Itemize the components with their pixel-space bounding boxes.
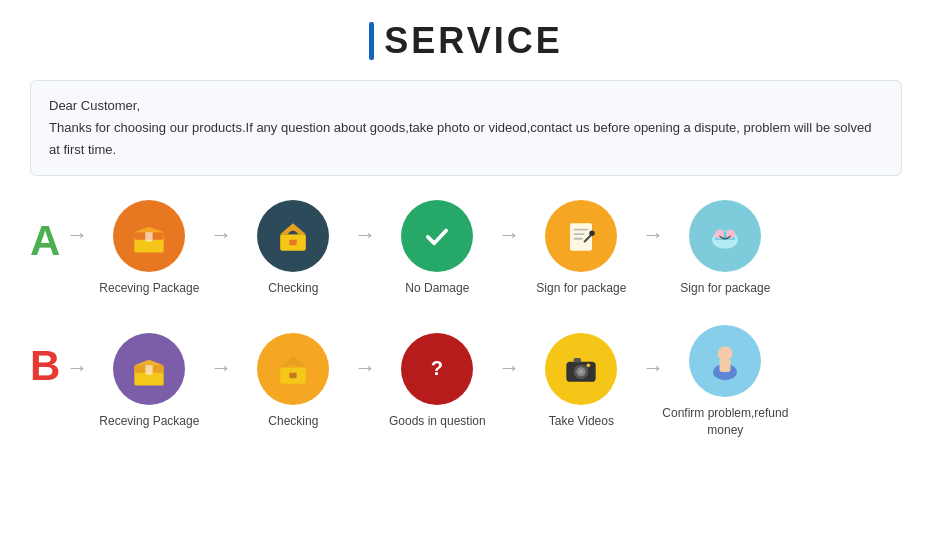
svg-marker-3	[135, 227, 164, 233]
svg-point-29	[580, 370, 584, 374]
svg-rect-34	[720, 359, 731, 372]
step-a-5-icon	[689, 200, 761, 272]
step-a-1-label: Receving Package	[99, 280, 199, 297]
notice-line1: Dear Customer,	[49, 95, 883, 117]
svg-point-31	[587, 364, 591, 368]
step-a-5-label: Sign for package	[680, 280, 770, 297]
step-b-4: Take Videos	[516, 333, 646, 430]
svg-rect-11	[574, 238, 583, 240]
step-a-3: No Damage	[372, 200, 502, 297]
svg-rect-23	[290, 373, 297, 379]
step-a-1-icon	[113, 200, 185, 272]
step-a-2-icon	[257, 200, 329, 272]
svg-text:?: ?	[431, 358, 443, 380]
step-a-3-icon	[401, 200, 473, 272]
step-a-4: Sign for package	[516, 200, 646, 297]
step-a-3-label: No Damage	[405, 280, 469, 297]
svg-point-13	[590, 231, 596, 237]
section-b-steps: → Receving Package →	[70, 325, 790, 439]
step-b-1-label: Receving Package	[99, 413, 199, 430]
step-b-3-label: Goods in question	[389, 413, 486, 430]
step-b-5-label: Confirm problem,refund money	[660, 405, 790, 439]
step-a-2-label: Checking	[268, 280, 318, 297]
step-a-4-icon	[545, 200, 617, 272]
step-b-4-label: Take Videos	[549, 413, 614, 430]
step-b-2-icon	[257, 333, 329, 405]
title-accent-bar	[369, 22, 374, 60]
step-b-2-label: Checking	[268, 413, 318, 430]
section-a-steps: → Receving Package →	[70, 200, 790, 297]
svg-point-15	[715, 230, 724, 239]
section-a: A → Receving Package →	[30, 200, 902, 297]
section-b: B → Receving Package →	[30, 325, 902, 439]
svg-marker-20	[135, 360, 164, 366]
svg-point-7	[421, 220, 454, 253]
step-a-4-label: Sign for package	[536, 280, 626, 297]
step-b-3: ? Goods in question	[372, 333, 502, 430]
step-a-2: Checking	[228, 200, 358, 297]
svg-rect-9	[574, 229, 589, 231]
step-b-2: Checking	[228, 333, 358, 430]
svg-rect-30	[574, 358, 581, 363]
step-b-1-icon	[113, 333, 185, 405]
notice-box: Dear Customer, Thanks for choosing our p…	[30, 80, 902, 176]
notice-line2: Thanks for choosing our products.If any …	[49, 117, 883, 161]
step-b-5: Confirm problem,refund money	[660, 325, 790, 439]
svg-point-16	[726, 230, 735, 239]
page-title: SERVICE	[30, 20, 902, 62]
section-a-letter: A	[30, 220, 60, 262]
step-b-4-icon	[545, 333, 617, 405]
step-b-5-icon	[689, 325, 761, 397]
step-b-1: Receving Package	[84, 333, 214, 430]
step-b-3-icon: ?	[401, 333, 473, 405]
step-a-5: Sign for package	[660, 200, 790, 297]
step-a-1: Receving Package	[84, 200, 214, 297]
svg-rect-6	[290, 240, 297, 246]
svg-point-32	[718, 346, 733, 361]
svg-rect-10	[574, 234, 585, 236]
section-b-letter: B	[30, 345, 60, 387]
